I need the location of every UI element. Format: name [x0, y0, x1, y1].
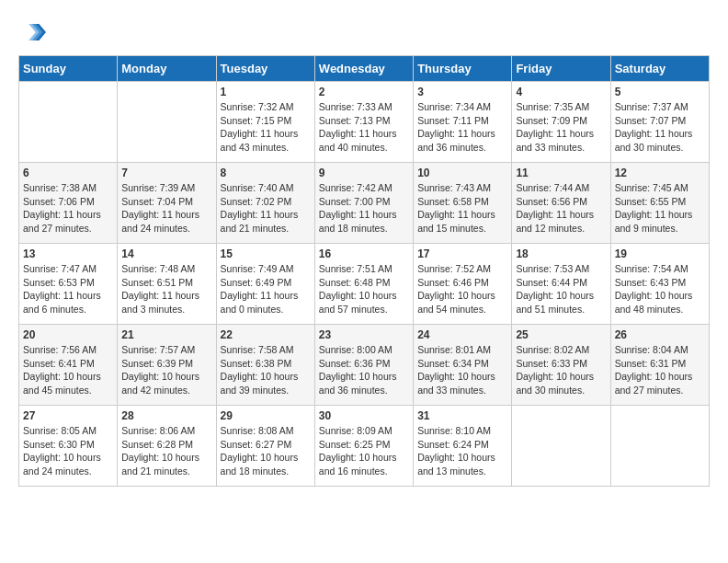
day-info: Sunrise: 7:44 AM Sunset: 6:56 PM Dayligh…: [516, 181, 606, 236]
calendar-cell: 2Sunrise: 7:33 AM Sunset: 7:13 PM Daylig…: [314, 82, 413, 163]
calendar-cell: 10Sunrise: 7:43 AM Sunset: 6:58 PM Dayli…: [414, 163, 512, 244]
day-info: Sunrise: 7:56 AM Sunset: 6:41 PM Dayligh…: [23, 343, 113, 397]
col-header-wednesday: Wednesday: [314, 56, 413, 82]
day-number: 18: [516, 247, 606, 260]
calendar-week-5: 27Sunrise: 8:05 AM Sunset: 6:30 PM Dayli…: [19, 406, 710, 487]
day-info: Sunrise: 7:54 AM Sunset: 6:43 PM Dayligh…: [615, 262, 705, 316]
calendar-cell: 16Sunrise: 7:51 AM Sunset: 6:48 PM Dayli…: [314, 244, 413, 325]
day-number: 29: [221, 409, 311, 422]
day-info: Sunrise: 8:05 AM Sunset: 6:30 PM Dayligh…: [23, 424, 113, 478]
day-number: 31: [417, 409, 507, 422]
col-header-monday: Monday: [118, 56, 216, 82]
day-number: 14: [121, 247, 211, 260]
day-number: 11: [516, 167, 606, 179]
day-info: Sunrise: 7:45 AM Sunset: 6:55 PM Dayligh…: [615, 181, 705, 236]
day-info: Sunrise: 8:10 AM Sunset: 6:24 PM Dayligh…: [417, 424, 507, 478]
day-info: Sunrise: 7:42 AM Sunset: 7:00 PM Dayligh…: [319, 181, 409, 236]
day-info: Sunrise: 7:38 AM Sunset: 7:06 PM Dayligh…: [23, 181, 113, 236]
day-info: Sunrise: 7:35 AM Sunset: 7:09 PM Dayligh…: [516, 100, 606, 155]
calendar-cell: 18Sunrise: 7:53 AM Sunset: 6:44 PM Dayli…: [512, 244, 610, 325]
calendar-cell: 23Sunrise: 8:00 AM Sunset: 6:36 PM Dayli…: [314, 325, 413, 406]
day-number: 7: [121, 167, 211, 179]
day-number: 1: [221, 86, 311, 98]
calendar-cell: 25Sunrise: 8:02 AM Sunset: 6:33 PM Dayli…: [512, 325, 610, 406]
logo: [18, 18, 50, 46]
calendar-cell: [118, 82, 216, 163]
day-info: Sunrise: 7:47 AM Sunset: 6:53 PM Dayligh…: [23, 262, 113, 316]
day-info: Sunrise: 8:00 AM Sunset: 6:36 PM Dayligh…: [319, 343, 409, 397]
calendar-cell: 17Sunrise: 7:52 AM Sunset: 6:46 PM Dayli…: [414, 244, 512, 325]
col-header-sunday: Sunday: [19, 56, 118, 82]
calendar-cell: 7Sunrise: 7:39 AM Sunset: 7:04 PM Daylig…: [118, 163, 216, 244]
day-info: Sunrise: 8:02 AM Sunset: 6:33 PM Dayligh…: [516, 343, 606, 397]
calendar-week-1: 1Sunrise: 7:32 AM Sunset: 7:15 PM Daylig…: [19, 82, 710, 163]
day-number: 9: [319, 167, 409, 179]
day-info: Sunrise: 7:32 AM Sunset: 7:15 PM Dayligh…: [221, 100, 311, 155]
col-header-friday: Friday: [512, 56, 610, 82]
calendar-cell: 22Sunrise: 7:58 AM Sunset: 6:38 PM Dayli…: [216, 325, 314, 406]
day-number: 16: [319, 247, 409, 260]
day-number: 20: [23, 328, 113, 341]
day-number: 22: [221, 328, 311, 341]
day-info: Sunrise: 7:43 AM Sunset: 6:58 PM Dayligh…: [417, 181, 507, 236]
calendar-cell: 1Sunrise: 7:32 AM Sunset: 7:15 PM Daylig…: [216, 82, 314, 163]
calendar-cell: 13Sunrise: 7:47 AM Sunset: 6:53 PM Dayli…: [19, 244, 118, 325]
page-header: [18, 18, 710, 46]
day-number: 19: [615, 247, 705, 260]
calendar-week-4: 20Sunrise: 7:56 AM Sunset: 6:41 PM Dayli…: [19, 325, 710, 406]
day-number: 15: [221, 247, 311, 260]
day-info: Sunrise: 7:58 AM Sunset: 6:38 PM Dayligh…: [221, 343, 311, 397]
day-number: 24: [417, 328, 507, 341]
col-header-saturday: Saturday: [610, 56, 709, 82]
day-number: 27: [23, 409, 113, 422]
calendar-cell: 11Sunrise: 7:44 AM Sunset: 6:56 PM Dayli…: [512, 163, 610, 244]
day-number: 26: [615, 328, 705, 341]
calendar-cell: 21Sunrise: 7:57 AM Sunset: 6:39 PM Dayli…: [118, 325, 216, 406]
calendar-cell: 3Sunrise: 7:34 AM Sunset: 7:11 PM Daylig…: [414, 82, 512, 163]
calendar-cell: 6Sunrise: 7:38 AM Sunset: 7:06 PM Daylig…: [19, 163, 118, 244]
col-header-thursday: Thursday: [414, 56, 512, 82]
day-info: Sunrise: 8:06 AM Sunset: 6:28 PM Dayligh…: [121, 424, 211, 478]
calendar-cell: [610, 406, 709, 487]
calendar-cell: 15Sunrise: 7:49 AM Sunset: 6:49 PM Dayli…: [216, 244, 314, 325]
calendar-table: SundayMondayTuesdayWednesdayThursdayFrid…: [18, 55, 710, 487]
calendar-cell: 29Sunrise: 8:08 AM Sunset: 6:27 PM Dayli…: [216, 406, 314, 487]
day-number: 4: [516, 86, 606, 98]
calendar-cell: 28Sunrise: 8:06 AM Sunset: 6:28 PM Dayli…: [118, 406, 216, 487]
calendar-cell: 20Sunrise: 7:56 AM Sunset: 6:41 PM Dayli…: [19, 325, 118, 406]
calendar-cell: 14Sunrise: 7:48 AM Sunset: 6:51 PM Dayli…: [118, 244, 216, 325]
day-info: Sunrise: 7:37 AM Sunset: 7:07 PM Dayligh…: [615, 100, 705, 155]
logo-icon: [18, 18, 46, 46]
day-number: 23: [319, 328, 409, 341]
calendar-cell: 9Sunrise: 7:42 AM Sunset: 7:00 PM Daylig…: [314, 163, 413, 244]
day-info: Sunrise: 7:48 AM Sunset: 6:51 PM Dayligh…: [121, 262, 211, 316]
calendar-week-2: 6Sunrise: 7:38 AM Sunset: 7:06 PM Daylig…: [19, 163, 710, 244]
day-number: 13: [23, 247, 113, 260]
day-info: Sunrise: 7:57 AM Sunset: 6:39 PM Dayligh…: [121, 343, 211, 397]
day-number: 3: [417, 86, 507, 98]
day-number: 17: [417, 247, 507, 260]
day-number: 2: [319, 86, 409, 98]
day-info: Sunrise: 7:53 AM Sunset: 6:44 PM Dayligh…: [516, 262, 606, 316]
calendar-cell: 19Sunrise: 7:54 AM Sunset: 6:43 PM Dayli…: [610, 244, 709, 325]
day-info: Sunrise: 7:34 AM Sunset: 7:11 PM Dayligh…: [417, 100, 507, 155]
calendar-cell: 5Sunrise: 7:37 AM Sunset: 7:07 PM Daylig…: [610, 82, 709, 163]
day-info: Sunrise: 7:51 AM Sunset: 6:48 PM Dayligh…: [319, 262, 409, 316]
day-info: Sunrise: 8:04 AM Sunset: 6:31 PM Dayligh…: [615, 343, 705, 397]
calendar-cell: 8Sunrise: 7:40 AM Sunset: 7:02 PM Daylig…: [216, 163, 314, 244]
day-number: 6: [23, 167, 113, 179]
day-info: Sunrise: 8:01 AM Sunset: 6:34 PM Dayligh…: [417, 343, 507, 397]
calendar-cell: [512, 406, 610, 487]
calendar-cell: 30Sunrise: 8:09 AM Sunset: 6:25 PM Dayli…: [314, 406, 413, 487]
calendar-cell: 24Sunrise: 8:01 AM Sunset: 6:34 PM Dayli…: [414, 325, 512, 406]
day-number: 21: [121, 328, 211, 341]
calendar-cell: 27Sunrise: 8:05 AM Sunset: 6:30 PM Dayli…: [19, 406, 118, 487]
day-info: Sunrise: 7:52 AM Sunset: 6:46 PM Dayligh…: [417, 262, 507, 316]
calendar-cell: 31Sunrise: 8:10 AM Sunset: 6:24 PM Dayli…: [414, 406, 512, 487]
day-number: 30: [319, 409, 409, 422]
day-number: 28: [121, 409, 211, 422]
calendar-cell: [19, 82, 118, 163]
calendar-cell: 26Sunrise: 8:04 AM Sunset: 6:31 PM Dayli…: [610, 325, 709, 406]
day-info: Sunrise: 7:33 AM Sunset: 7:13 PM Dayligh…: [319, 100, 409, 155]
day-number: 5: [615, 86, 705, 98]
